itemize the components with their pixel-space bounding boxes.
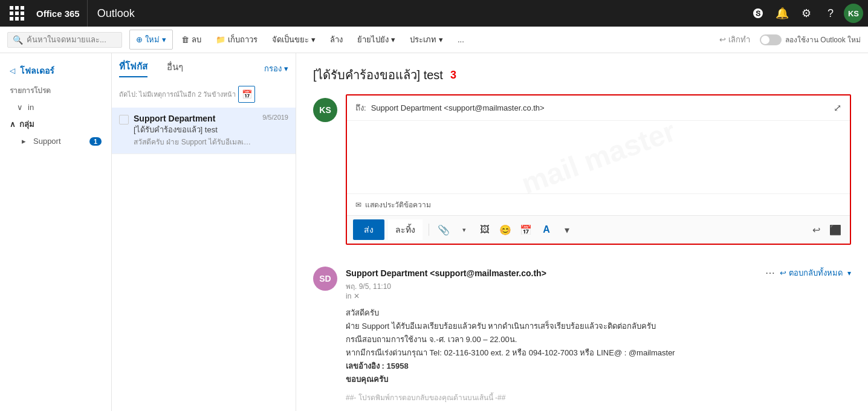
- top-bar: Office 365 Outlook 🔔 ⚙ ? KS: [0, 0, 868, 27]
- archive-button[interactable]: 📁 เก็บถาวร: [210, 30, 264, 49]
- new-outlook-toggle-area: ลองใช้งาน Outlook ใหม่: [760, 34, 861, 45]
- format-icon[interactable]: A: [538, 221, 555, 238]
- search-input[interactable]: [27, 35, 111, 44]
- move-dropdown-icon: ▾: [391, 35, 395, 44]
- category-button[interactable]: ประเภท ▾: [404, 30, 449, 49]
- mail-subject: [ได้รับคำร้องขอแล้ว] test: [134, 123, 254, 136]
- reply-compose-container: ถึง: Support Department <support@mailmas…: [346, 94, 851, 257]
- reply-to-value: Support Department <support@mailmaster.c…: [371, 103, 545, 112]
- clean-button[interactable]: ล้าง: [324, 30, 349, 49]
- sidebar-item-in[interactable]: ∨ in: [0, 100, 111, 115]
- sidebar-group-header[interactable]: ∧ กลุ่ม: [0, 115, 111, 134]
- mail-item[interactable]: Support Department [ได้รับคำร้องขอแล้ว] …: [112, 108, 296, 154]
- calendar-attach-icon[interactable]: 📅: [517, 221, 534, 238]
- email-subject: [ได้รับคำร้องขอแล้ว] test: [313, 65, 443, 85]
- more-button[interactable]: ...: [452, 32, 470, 47]
- new-outlook-switch[interactable]: [760, 34, 782, 45]
- reply-avatar: KS: [313, 98, 337, 122]
- sidebar-support-badge: 1: [89, 137, 102, 146]
- reply-compose-area: ถึง: Support Department <support@mailmas…: [346, 94, 851, 245]
- tab-focused[interactable]: ที่โฟกัส: [119, 59, 147, 77]
- search-box[interactable]: 🔍: [7, 32, 122, 48]
- mail-checkbox[interactable]: [119, 115, 129, 125]
- more-options-icon[interactable]: ⋯: [765, 267, 775, 279]
- sort-bar: ถัดไป: ไม่มีเหตุการณ์ในอีก 2 วันข้างหน้า…: [112, 83, 296, 108]
- skype-icon[interactable]: [747, 2, 769, 24]
- watermark: mail master: [350, 53, 847, 277]
- mail-list: ที่โฟกัส อื่นๆ กรอง ▾ ถัดไป: ไม่มีเหตุกา…: [112, 53, 296, 411]
- notifications-icon[interactable]: 🔔: [771, 2, 793, 24]
- new-dropdown-icon: ▾: [162, 35, 166, 44]
- top-bar-icons: 🔔 ⚙ ? KS: [747, 2, 863, 24]
- envelope-icon: ✉: [355, 201, 361, 209]
- waffle-icon: [10, 6, 24, 21]
- original-date: พฤ. 9/5, 11:10: [346, 280, 851, 292]
- undo-button[interactable]: ↩ เลิกทำ: [714, 30, 755, 49]
- junk-button[interactable]: จัดเป็นขยะ ▾: [266, 30, 322, 49]
- image-icon[interactable]: 🖼: [476, 221, 493, 238]
- plus-icon: ⊕: [136, 35, 143, 44]
- mail-list-header: ที่โฟกัส อื่นๆ กรอง ▾: [112, 53, 296, 83]
- emoji-icon[interactable]: 😊: [497, 221, 514, 238]
- help-icon[interactable]: ?: [820, 2, 841, 24]
- sidebar-in-expand: ∨: [17, 103, 23, 112]
- settings-icon[interactable]: ⚙: [795, 2, 817, 24]
- waffle-menu[interactable]: [5, 0, 29, 27]
- discard-button[interactable]: ละทิ้ง: [388, 219, 423, 240]
- email-subject-line: [ได้รับคำร้องขอแล้ว] test 3: [313, 65, 851, 85]
- filter-dropdown-icon: ▾: [284, 64, 288, 73]
- sidebar-item-support[interactable]: ▸ Support 1: [0, 134, 111, 149]
- reply-toolbar: ส่ง ละทิ้ง 📎 ▾ 🖼 😊 📅 A ▾ ↩ ⬛: [347, 215, 850, 244]
- sidebar-folder-header[interactable]: ◁ โฟลเดอร์: [0, 60, 111, 81]
- sidebar-support-expand: ▸: [22, 137, 26, 146]
- category-dropdown-icon: ▾: [439, 35, 443, 44]
- reply-history-toggle[interactable]: ✉ แสดงประวัติข้อความ: [347, 193, 850, 215]
- undo-icon: ↩: [719, 35, 726, 44]
- original-sender-avatar: SD: [313, 267, 337, 291]
- reply-expand-icon[interactable]: ⤢: [834, 102, 841, 114]
- delete-button[interactable]: 🗑 ลบ: [175, 30, 207, 49]
- mail-preview: สวัสดีครับ ฝ่าย Support ได้รับอีเมลเรียบ…: [134, 136, 254, 147]
- reply-header: ถึง: Support Department <support@mailmas…: [347, 95, 850, 121]
- app-name[interactable]: Office 365: [29, 0, 88, 27]
- original-body: สวัสดีครับ ฝ่าย Support ได้รับอีเมลเรียบ…: [346, 306, 851, 404]
- calendar-icon[interactable]: 📅: [238, 86, 255, 103]
- reply-all-button[interactable]: ↩ ตอบกลับทั้งหมด: [780, 267, 843, 279]
- user-avatar[interactable]: KS: [844, 4, 863, 23]
- original-email-content: Support Department <support@mailmaster.c…: [346, 267, 851, 404]
- mail-date: 9/5/2019: [262, 114, 288, 121]
- email-count-badge: 3: [450, 69, 456, 82]
- reply-body[interactable]: mail master: [347, 121, 850, 193]
- back-icon: ◁: [10, 66, 15, 75]
- original-sender-row: Support Department <support@mailmaster.c…: [346, 267, 851, 279]
- tab-other[interactable]: อื่นๆ: [167, 60, 183, 77]
- sidebar-favorites-label: รายการโปรด: [0, 81, 111, 100]
- reply-all-icon: ↩: [780, 268, 786, 277]
- sidebar-group-expand: ∧: [10, 120, 16, 129]
- original-email: SD Support Department <support@mailmaste…: [313, 267, 851, 411]
- send-button[interactable]: ส่ง: [353, 219, 384, 240]
- attach-dropdown[interactable]: ▾: [456, 221, 473, 238]
- new-button[interactable]: ⊕ ใหม่ ▾: [129, 30, 173, 50]
- move-button[interactable]: ย้ายไปยัง ▾: [351, 30, 401, 49]
- archive-icon: 📁: [216, 35, 225, 44]
- junk-dropdown-icon: ▾: [311, 35, 316, 44]
- original-to: in ✕: [346, 292, 851, 300]
- toolbar: 🔍 ⊕ ใหม่ ▾ 🗑 ลบ 📁 เก็บถาวร จัดเป็นขยะ ▾ …: [0, 27, 868, 53]
- filter-button[interactable]: กรอง ▾: [264, 62, 288, 75]
- original-actions: ⋯ ↩ ตอบกลับทั้งหมด ▾: [765, 267, 851, 279]
- main-layout: ◁ โฟลเดอร์ รายการโปรด ∨ in ∧ กลุ่ม ▸ Sup…: [0, 53, 868, 411]
- mail-sender: Support Department: [134, 114, 257, 123]
- product-name: Outlook: [88, 0, 144, 27]
- pop-out-icon[interactable]: ⬛: [827, 221, 844, 238]
- original-sender: Support Department <support@mailmaster.c…: [346, 268, 546, 278]
- reply-dropdown-icon[interactable]: ▾: [847, 269, 851, 277]
- sidebar: ◁ โฟลเดอร์ รายการโปรด ∨ in ∧ กลุ่ม ▸ Sup…: [0, 53, 112, 411]
- format-more-icon[interactable]: ▾: [559, 221, 575, 238]
- undo-compose-icon[interactable]: ↩: [808, 221, 824, 238]
- delete-icon: 🗑: [181, 35, 189, 44]
- reply-to-label: ถึง:: [355, 102, 366, 114]
- attach-icon[interactable]: 📎: [435, 221, 452, 238]
- mail-content: Support Department [ได้รับคำร้องขอแล้ว] …: [134, 114, 257, 147]
- search-icon: 🔍: [13, 35, 23, 45]
